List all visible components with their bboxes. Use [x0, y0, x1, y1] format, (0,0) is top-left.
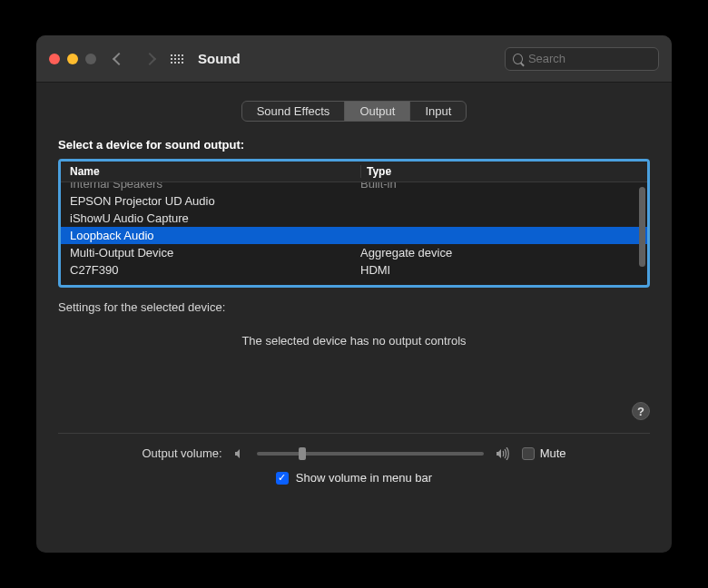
menubar-row: ✓ Show volume in menu bar	[58, 471, 650, 485]
mute-checkbox[interactable]	[522, 447, 535, 460]
device-type: HDMI	[360, 262, 638, 278]
back-button[interactable]	[113, 52, 125, 64]
device-list[interactable]: Internal Speakers Built-in EPSON Project…	[61, 182, 647, 279]
device-name: Multi-Output Device	[70, 245, 360, 260]
device-name: Internal Speakers	[70, 182, 360, 191]
device-type	[360, 193, 638, 209]
device-type: Built-in	[360, 182, 638, 191]
tab-output[interactable]: Output	[345, 102, 410, 121]
device-row[interactable]: Multi-Output Device Aggregate device	[61, 244, 647, 261]
search-icon	[513, 54, 523, 64]
device-name: Loopback Audio	[70, 228, 360, 243]
output-volume-slider[interactable]	[257, 452, 484, 456]
page-title: Sound	[198, 51, 241, 66]
device-row[interactable]: iShowU Audio Capture	[61, 210, 647, 227]
minimize-window-button[interactable]	[67, 54, 78, 64]
tab-input[interactable]: Input	[410, 102, 466, 121]
show-all-icon[interactable]	[171, 52, 185, 66]
sound-preferences-window: Sound Sound Effects Output Input Select …	[36, 35, 672, 553]
forward-button	[143, 52, 156, 64]
zoom-window-button[interactable]	[85, 54, 96, 64]
col-header-name[interactable]: Name	[70, 165, 360, 178]
divider	[58, 433, 650, 434]
scrollbar-thumb[interactable]	[639, 187, 645, 267]
col-divider	[360, 165, 361, 178]
device-type	[360, 228, 638, 243]
device-row[interactable]: Internal Speakers Built-in	[61, 182, 647, 192]
search-box[interactable]	[505, 47, 659, 71]
tab-bar: Sound Effects Output Input	[241, 101, 467, 122]
mute-wrap: Mute	[522, 446, 566, 460]
search-input[interactable]	[528, 52, 651, 65]
titlebar: Sound	[36, 35, 672, 83]
device-row[interactable]: C27F390 HDMI	[61, 261, 647, 279]
device-name: EPSON Projector UD Audio	[70, 193, 360, 209]
no-controls-message: The selected device has no output contro…	[58, 334, 650, 348]
output-volume-row: Output volume: Mute	[58, 446, 650, 460]
device-row[interactable]: Loopback Audio	[61, 227, 647, 244]
device-name: C27F390	[70, 262, 360, 278]
settings-label: Settings for the selected device:	[58, 300, 650, 314]
device-list-header: Name Type	[61, 162, 647, 182]
tab-sound-effects[interactable]: Sound Effects	[242, 102, 346, 121]
close-window-button[interactable]	[49, 54, 60, 64]
speaker-low-icon	[233, 447, 246, 460]
nav-arrows	[114, 54, 154, 64]
device-type	[360, 211, 638, 226]
col-header-type[interactable]: Type	[367, 165, 638, 178]
menubar-label: Show volume in menu bar	[296, 471, 432, 485]
speaker-high-icon	[495, 447, 511, 460]
device-row[interactable]: EPSON Projector UD Audio	[61, 192, 647, 210]
output-volume-label: Output volume:	[142, 446, 221, 460]
device-type: Aggregate device	[360, 245, 638, 260]
scrollbar[interactable]	[639, 187, 645, 281]
menubar-checkbox[interactable]: ✓	[276, 472, 289, 485]
device-list-box: Name Type Internal Speakers Built-in EPS…	[58, 159, 650, 288]
content-area: Sound Effects Output Input Select a devi…	[36, 83, 672, 553]
select-device-label: Select a device for sound output:	[58, 138, 650, 152]
mute-label: Mute	[540, 446, 566, 460]
help-button[interactable]: ?	[632, 402, 650, 420]
device-name: iShowU Audio Capture	[70, 211, 360, 226]
slider-thumb[interactable]	[299, 447, 306, 460]
traffic-lights	[49, 54, 96, 64]
